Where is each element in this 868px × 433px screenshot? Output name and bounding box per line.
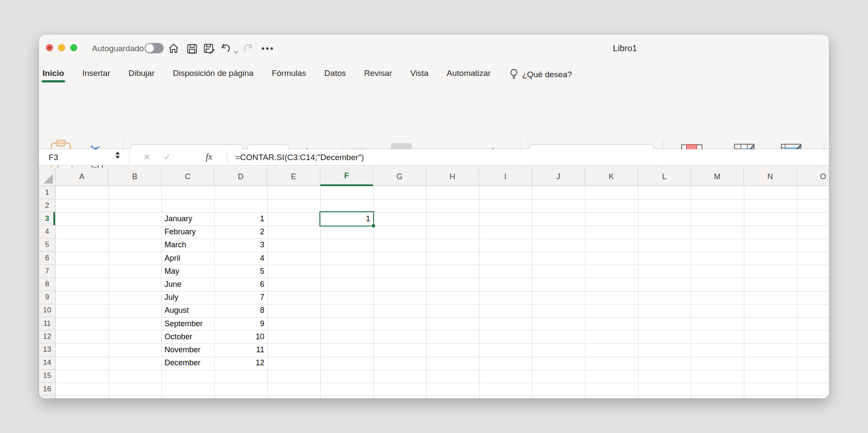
column-header-H[interactable]: H [426, 167, 479, 186]
row-header-4[interactable]: 4 [39, 226, 56, 239]
row-header-5[interactable]: 5 [39, 239, 56, 252]
row-header-9[interactable]: 9 [39, 291, 56, 304]
selection-border[interactable] [319, 211, 374, 226]
row-header-2[interactable]: 2 [39, 199, 56, 212]
cell-D5[interactable]: 3 [214, 239, 267, 252]
worksheet: ABCDEFGHIJKLMNO12345678910111213141516Ja… [39, 167, 829, 398]
home-icon[interactable] [168, 43, 180, 55]
formula-bar: F3 ✕ ✓ fx =CONTAR.SI(C3:C14;"December") [39, 149, 829, 166]
cell-C6[interactable]: April [161, 252, 214, 265]
column-header-N[interactable]: N [744, 167, 797, 186]
cell-D8[interactable]: 6 [214, 278, 267, 291]
undo-icon[interactable] [220, 43, 232, 55]
grid-vline [797, 186, 797, 398]
cell-C14[interactable]: December [161, 357, 214, 370]
autosave-toggle[interactable] [145, 43, 164, 53]
cell-C12[interactable]: October [161, 330, 214, 343]
cancel-icon[interactable]: ✕ [143, 152, 151, 162]
cell-C5[interactable]: March [161, 239, 214, 252]
formula-input[interactable]: =CONTAR.SI(C3:C14;"December") [235, 153, 364, 162]
column-header-G[interactable]: G [373, 167, 426, 186]
row-header-7[interactable]: 7 [39, 265, 56, 278]
row-header-11[interactable]: 11 [39, 317, 56, 330]
lightbulb-icon [509, 69, 519, 81]
undo-dropdown-chevron[interactable] [234, 47, 237, 55]
save-as-icon[interactable] [203, 43, 215, 55]
close-window-button[interactable] [46, 44, 53, 51]
ribbon: Pegar ✂ Calibri (Cuerpo) 12 [39, 86, 829, 149]
column-header-J[interactable]: J [532, 167, 585, 186]
fill-handle[interactable] [372, 224, 375, 228]
cell-D12[interactable]: 10 [214, 330, 267, 343]
tab-formulas[interactable]: Fórmulas [272, 67, 306, 82]
tab-dibujar[interactable]: Dibujar [128, 67, 155, 82]
cell-D10[interactable]: 8 [214, 304, 267, 317]
cell-D3[interactable]: 1 [214, 212, 267, 225]
cell-C4[interactable]: February [161, 226, 214, 239]
column-header-B[interactable]: B [108, 167, 161, 186]
tab-revisar[interactable]: Revisar [364, 67, 392, 82]
cell-C11[interactable]: September [161, 317, 214, 330]
column-header-E[interactable]: E [267, 167, 320, 186]
cell-D6[interactable]: 4 [214, 252, 267, 265]
column-header-A[interactable]: A [56, 167, 108, 186]
cell-C10[interactable]: August [161, 304, 214, 317]
row-header-15[interactable]: 15 [39, 370, 56, 383]
cell-C9[interactable]: July [161, 291, 214, 304]
cell-D11[interactable]: 9 [214, 317, 267, 330]
tab-datos[interactable]: Datos [324, 67, 346, 82]
tab-que-desea[interactable]: ¿Qué desea? [509, 67, 572, 85]
grid-vline [479, 186, 480, 398]
cell-D13[interactable]: 11 [214, 343, 267, 356]
cell-D7[interactable]: 5 [214, 265, 267, 278]
column-header-O[interactable]: O [797, 167, 829, 186]
enter-icon[interactable]: ✓ [164, 152, 171, 162]
save-icon[interactable] [186, 43, 198, 55]
row-header-6[interactable]: 6 [39, 252, 56, 265]
stepper-down-icon [115, 156, 120, 159]
cell-D14[interactable]: 12 [214, 357, 267, 370]
cell-C7[interactable]: May [161, 265, 214, 278]
tab-vista[interactable]: Vista [410, 67, 428, 82]
titlebar: Autoguardado Libro1 [39, 35, 829, 63]
select-all-button[interactable] [39, 167, 56, 186]
row-header-14[interactable]: 14 [39, 357, 56, 370]
tab-inicio[interactable]: Inicio [43, 67, 64, 82]
cell-D9[interactable]: 7 [214, 291, 267, 304]
column-header-K[interactable]: K [585, 167, 638, 186]
column-header-I[interactable]: I [479, 167, 532, 186]
name-box-stepper[interactable] [115, 151, 120, 159]
insert-function-icon[interactable]: fx [206, 151, 212, 162]
cell-C3[interactable]: January [161, 212, 214, 225]
tab-automatizar[interactable]: Automatizar [447, 67, 490, 82]
column-header-D[interactable]: D [214, 167, 267, 186]
tab-insertar[interactable]: Insertar [82, 67, 110, 82]
excel-window: Autoguardado Libro1 InicioInsertarDibuja… [39, 35, 829, 398]
column-header-F[interactable]: F [320, 167, 373, 186]
row-header-13[interactable]: 13 [39, 343, 56, 356]
select-all-triangle-icon [43, 174, 53, 184]
cell-C8[interactable]: June [161, 278, 214, 291]
column-header-M[interactable]: M [691, 167, 744, 186]
cell-D4[interactable]: 2 [214, 226, 267, 239]
row-header-16[interactable]: 16 [39, 383, 56, 396]
grid-vline [585, 186, 585, 398]
cell-C13[interactable]: November [161, 343, 214, 356]
grid-hline [56, 396, 829, 396]
row-header-8[interactable]: 8 [39, 278, 56, 291]
grid-vline [744, 186, 744, 398]
row-header-1[interactable]: 1 [39, 186, 56, 199]
row-header-12[interactable]: 12 [39, 330, 56, 343]
minimize-window-button[interactable] [58, 44, 65, 51]
row-header-10[interactable]: 10 [39, 304, 56, 317]
row-header-3[interactable]: 3 [39, 212, 56, 225]
column-header-L[interactable]: L [638, 167, 691, 186]
row-header-partial [39, 396, 56, 398]
name-box[interactable]: F3 [49, 153, 58, 162]
tab-disposicion-de-pagina[interactable]: Disposición de página [173, 67, 253, 82]
more-commands-icon[interactable] [262, 47, 264, 50]
redo-icon [242, 43, 254, 55]
fullscreen-window-button[interactable] [70, 44, 77, 51]
help-tab-label: ¿Qué desea? [522, 70, 572, 79]
column-header-C[interactable]: C [161, 167, 214, 186]
